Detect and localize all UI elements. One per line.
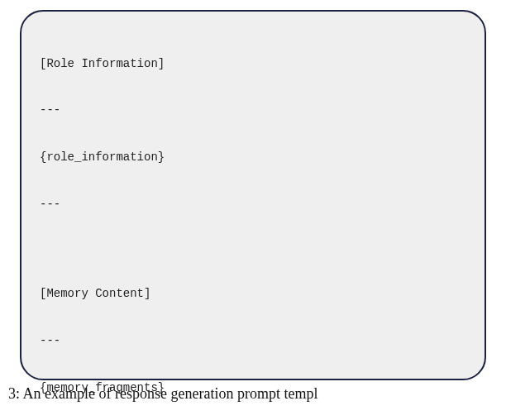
prompt-template-card: [Role Information] --- {role_information… xyxy=(20,10,486,380)
separator: --- xyxy=(40,197,466,212)
figure-number: 3 xyxy=(8,385,16,402)
memory-header-line: [Memory Content] xyxy=(40,286,466,302)
figure-caption: 3: An example of response generation pro… xyxy=(8,385,506,403)
role-placeholder-line: {role_information} xyxy=(40,150,466,165)
figure-caption-text: : An example of response generation prom… xyxy=(16,385,317,402)
separator: --- xyxy=(40,333,466,349)
spacer xyxy=(40,243,466,255)
separator: --- xyxy=(40,103,466,118)
role-header-line: [Role Information] xyxy=(40,56,466,72)
